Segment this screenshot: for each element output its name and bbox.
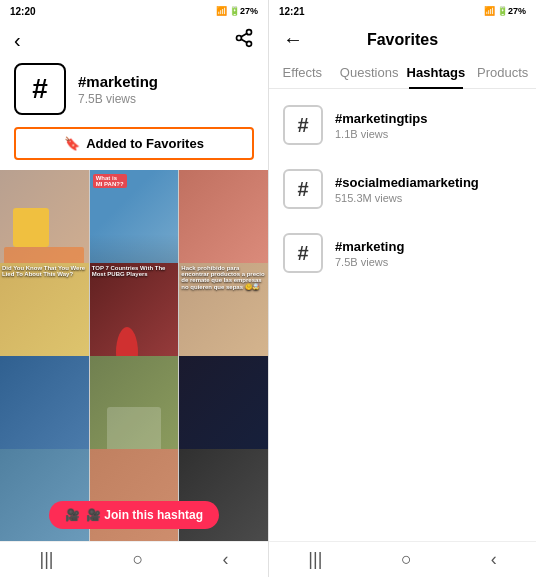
hashtag-name: #marketing xyxy=(78,73,158,90)
fav-text-3: #marketing 7.5B views xyxy=(335,239,404,268)
share-icon-left[interactable] xyxy=(234,28,254,53)
fav-name-1: #marketingtips xyxy=(335,111,427,126)
favorites-button-label: Added to Favorites xyxy=(86,136,204,151)
header-left: ‹ xyxy=(0,22,268,59)
header-right: ← Favorites xyxy=(269,22,536,57)
hash-box-1: # xyxy=(283,105,323,145)
fav-views-2: 515.3M views xyxy=(335,192,479,204)
hash-box-2: # xyxy=(283,169,323,209)
nav-home-icon-right[interactable]: ○ xyxy=(401,549,412,570)
nav-menu-icon-left[interactable]: ||| xyxy=(40,549,54,570)
fav-views-1: 1.1B views xyxy=(335,128,427,140)
nav-menu-icon-right[interactable]: ||| xyxy=(308,549,322,570)
favorite-item-3[interactable]: # #marketing 7.5B views xyxy=(269,221,536,285)
video-grid: What isMI PAN?? New@marketin... Did You … xyxy=(0,170,268,541)
thumb-tag-2: What isMI PAN?? xyxy=(93,174,127,188)
back-button-right[interactable]: ← xyxy=(283,28,303,51)
time-left: 12:20 xyxy=(10,6,36,17)
svg-line-3 xyxy=(241,39,247,42)
fav-name-3: #marketing xyxy=(335,239,404,254)
nav-bar-right: ||| ○ ‹ xyxy=(269,541,536,577)
back-button-left[interactable]: ‹ xyxy=(14,29,21,52)
fav-views-3: 7.5B views xyxy=(335,256,404,268)
right-panel: 12:21 📶 🔋27% ← Favorites Effects Questio… xyxy=(268,0,536,577)
nav-back-icon-left[interactable]: ‹ xyxy=(222,549,228,570)
hashtag-views: 7.5B views xyxy=(78,92,158,106)
hash-box-3: # xyxy=(283,233,323,273)
favorite-item-1[interactable]: # #marketingtips 1.1B views xyxy=(269,93,536,157)
svg-line-4 xyxy=(241,33,247,36)
status-bar-left: 12:20 📶 🔋27% xyxy=(0,0,268,22)
nav-back-icon-right[interactable]: ‹ xyxy=(491,549,497,570)
added-to-favorites-button[interactable]: 🔖 Added to Favorites xyxy=(14,127,254,160)
hashtag-details: #marketing 7.5B views xyxy=(78,73,158,106)
fav-text-2: #socialmediamarketing 515.3M views xyxy=(335,175,479,204)
nav-bar-left: ||| ○ ‹ xyxy=(0,541,268,577)
favorites-title: Favorites xyxy=(367,31,438,49)
tabs-row: Effects Questions Hashtags Products xyxy=(269,57,536,89)
hashtag-symbol-box: # xyxy=(14,63,66,115)
tab-products[interactable]: Products xyxy=(469,57,536,88)
left-panel: 12:20 📶 🔋27% ‹ # #marketing 7.5B views 🔖… xyxy=(0,0,268,577)
join-hashtag-button[interactable]: 🎥 🎥 Join this hashtag xyxy=(49,501,219,529)
join-hashtag-label: 🎥 Join this hashtag xyxy=(86,508,203,522)
favorites-list: # #marketingtips 1.1B views # #socialmed… xyxy=(269,89,536,541)
favorite-item-2[interactable]: # #socialmediamarketing 515.3M views xyxy=(269,157,536,221)
camera-icon: 🎥 xyxy=(65,508,80,522)
tab-effects[interactable]: Effects xyxy=(269,57,336,88)
tab-questions[interactable]: Questions xyxy=(336,57,403,88)
status-bar-right: 12:21 📶 🔋27% xyxy=(269,0,536,22)
signal-icons-right: 📶 🔋27% xyxy=(484,6,526,16)
nav-home-icon-left[interactable]: ○ xyxy=(133,549,144,570)
signal-icons-left: 📶 🔋27% xyxy=(216,6,258,16)
tab-hashtags[interactable]: Hashtags xyxy=(403,57,470,88)
fav-text-1: #marketingtips 1.1B views xyxy=(335,111,427,140)
fav-name-2: #socialmediamarketing xyxy=(335,175,479,190)
bookmark-icon: 🔖 xyxy=(64,136,80,151)
time-right: 12:21 xyxy=(279,6,305,17)
hashtag-info: # #marketing 7.5B views xyxy=(0,59,268,123)
